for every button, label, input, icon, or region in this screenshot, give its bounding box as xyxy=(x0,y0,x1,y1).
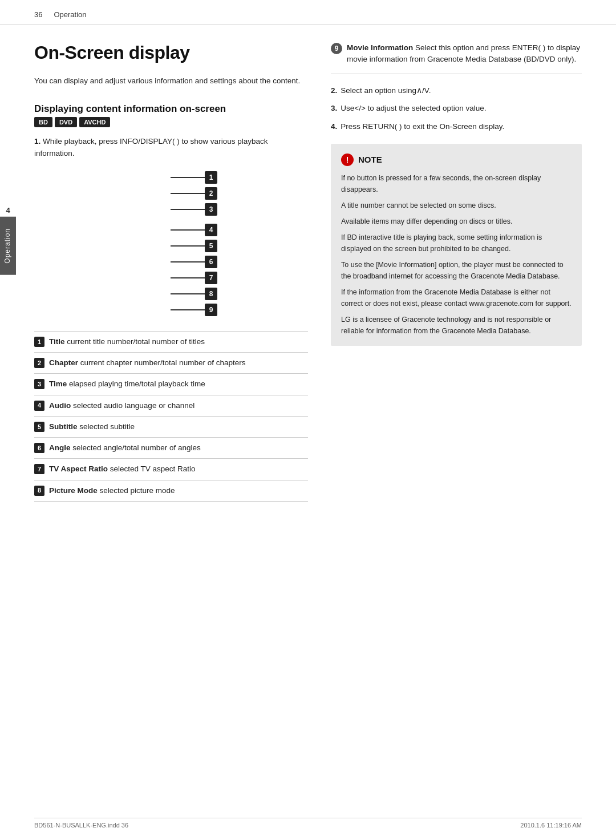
page-number: 36 xyxy=(34,10,42,19)
note-para-5: To use the [Movie Information] option, t… xyxy=(341,259,572,282)
item-text-2: Chapter current chapter number/total num… xyxy=(49,357,308,369)
diagram-label-3: 3 xyxy=(205,203,217,216)
diagram-label-4: 4 xyxy=(205,224,217,236)
list-item: 7 TV Aspect Ratio selected TV aspect Rat… xyxy=(34,459,308,480)
diagram-line xyxy=(171,245,205,247)
section-title: Displaying content information on-screen xyxy=(34,103,308,115)
item-text-6: Angle selected angle/total number of ang… xyxy=(49,442,308,454)
page-wrapper: 36 Operation 4 Operation On-Screen displ… xyxy=(0,0,616,840)
diagram-area: 1 2 3 4 5 xyxy=(80,171,308,320)
diagram-row-8: 8 xyxy=(171,288,217,300)
diagram-line xyxy=(171,309,205,310)
item-text-5: Subtitle selected subtitle xyxy=(49,421,308,433)
item-badge-2: 2 xyxy=(34,358,44,368)
diagram-line xyxy=(171,177,205,178)
note-para-6: If the information from the Gracenote Me… xyxy=(341,286,572,309)
diagram-row-9: 9 xyxy=(171,304,217,316)
diagram-row-4: 4 xyxy=(171,224,217,236)
item-text-7: TV Aspect Ratio selected TV aspect Ratio xyxy=(49,463,308,475)
badge-avchd: AVCHD xyxy=(79,117,110,127)
diagram-label-7: 7 xyxy=(205,272,217,284)
diagram-lines: 1 2 3 4 5 xyxy=(171,171,217,320)
diagram-label-8: 8 xyxy=(205,288,217,300)
note-para-1: If no button is pressed for a few second… xyxy=(341,172,572,195)
diagram-row-2: 2 xyxy=(171,187,217,200)
diagram-row-1: 1 xyxy=(171,171,217,184)
movie-info-text: Movie Information Select this option and… xyxy=(347,42,582,66)
badge-bd: BD xyxy=(34,117,52,127)
movie-info-item: 9 Movie Information Select this option a… xyxy=(331,42,582,74)
item-text-3: Time elapsed playing time/total playback… xyxy=(49,378,308,390)
footer-left: BD561-N-BUSALLK-ENG.indd 36 xyxy=(34,822,128,829)
list-item: 5 Subtitle selected subtitle xyxy=(34,417,308,438)
badge-dvd: DVD xyxy=(55,117,77,127)
item-badge-8: 8 xyxy=(34,486,44,496)
note-header: ! NOTE xyxy=(341,153,572,167)
diagram-row-3: 3 xyxy=(171,203,217,216)
diagram-row-6: 6 xyxy=(171,256,217,268)
diagram-label-9: 9 xyxy=(205,304,217,316)
diagram-label-5: 5 xyxy=(205,240,217,252)
main-title: On-Screen display xyxy=(34,42,308,63)
diagram-line xyxy=(171,229,205,231)
diagram-line xyxy=(171,193,205,194)
diagram-line xyxy=(171,277,205,278)
list-item: 2 Chapter current chapter number/total n… xyxy=(34,353,308,374)
note-para-7: LG is a licensee of Gracenote technology… xyxy=(341,314,572,337)
main-content: On-Screen display You can display and ad… xyxy=(0,25,616,524)
item-badge-6: 6 xyxy=(34,443,44,453)
right-column: 9 Movie Information Select this option a… xyxy=(331,42,582,502)
item-badge-7: 7 xyxy=(34,464,44,474)
movie-info-num: 9 xyxy=(331,43,342,54)
page-footer: BD561-N-BUSALLK-ENG.indd 36 2010.1.6 11:… xyxy=(34,818,582,829)
note-box: ! NOTE If no button is pressed for a few… xyxy=(331,144,582,346)
list-item: 6 Angle selected angle/total number of a… xyxy=(34,438,308,459)
side-tab-number: 4 xyxy=(0,203,16,218)
note-para-4: If BD interactive title is playing back,… xyxy=(341,232,572,255)
side-tab-label: Operation xyxy=(0,217,16,275)
item-text-1: Title current title number/total number … xyxy=(49,336,308,348)
right-steps: 2. Select an option using∧/V. 3. Use</> … xyxy=(331,84,582,133)
right-step-2: 2. Select an option using∧/V. xyxy=(331,84,582,97)
note-para-2: A title number cannot be selected on som… xyxy=(341,200,572,211)
note-icon: ! xyxy=(341,154,354,166)
item-badge-1: 1 xyxy=(34,337,44,347)
item-text-8: Picture Mode selected picture mode xyxy=(49,485,308,496)
right-step-3: 3. Use</> to adjust the selected option … xyxy=(331,102,582,115)
diagram-row-5: 5 xyxy=(171,240,217,252)
footer-right: 2010.1.6 11:19:16 AM xyxy=(520,822,582,829)
header-section: Operation xyxy=(54,10,86,19)
item-badge-3: 3 xyxy=(34,379,44,389)
diagram-line xyxy=(171,293,205,294)
right-step-4: 4. Press RETURN( ) to exit the On-Screen… xyxy=(331,120,582,133)
note-para-3: Available items may differ depending on … xyxy=(341,216,572,227)
diagram-row-7: 7 xyxy=(171,272,217,284)
diagram-label-1: 1 xyxy=(205,171,217,184)
page-header: 36 Operation xyxy=(0,0,616,25)
item-badge-5: 5 xyxy=(34,422,44,432)
diagram-line xyxy=(171,261,205,262)
list-item: 1 Title current title number/total numbe… xyxy=(34,332,308,353)
diagram-label-6: 6 xyxy=(205,256,217,268)
left-column: On-Screen display You can display and ad… xyxy=(34,42,308,502)
intro-text: You can display and adjust various infor… xyxy=(34,75,308,87)
list-item: 8 Picture Mode selected picture mode xyxy=(34,480,308,502)
step-1: 1. While playback, press INFO/DISPLAY( )… xyxy=(34,135,308,160)
item-text-4: Audio selected audio language or channel xyxy=(49,400,308,411)
item-list: 1 Title current title number/total numbe… xyxy=(34,331,308,502)
list-item: 3 Time elapsed playing time/total playba… xyxy=(34,374,308,395)
diagram-line xyxy=(171,209,205,210)
note-title: NOTE xyxy=(358,153,382,167)
item-badge-4: 4 xyxy=(34,401,44,411)
list-item: 4 Audio selected audio language or chann… xyxy=(34,395,308,417)
badge-row: BD DVD AVCHD xyxy=(34,117,308,127)
diagram-label-2: 2 xyxy=(205,187,217,200)
